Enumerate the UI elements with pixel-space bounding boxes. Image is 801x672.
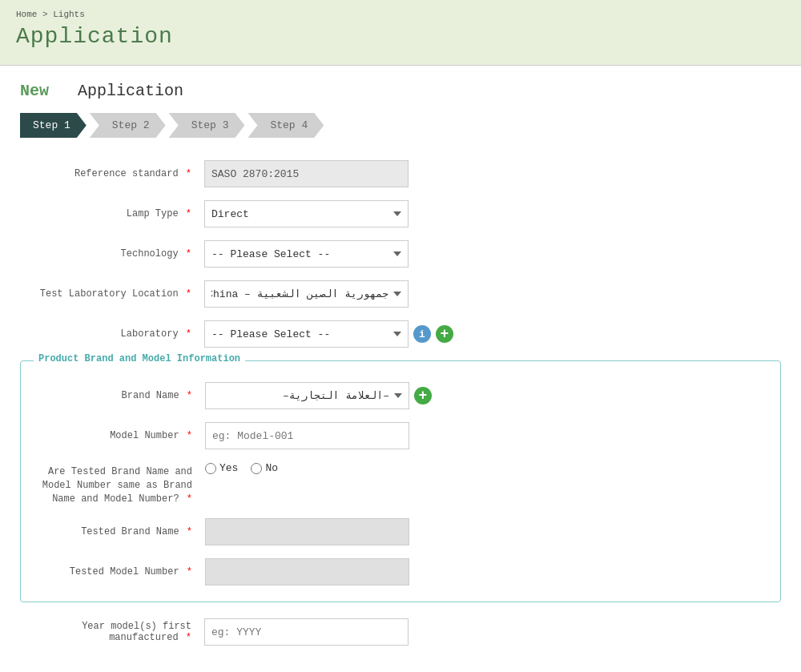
test-lab-location-label: Test Laboratory Location * [20,288,204,300]
model-number-label: Model Number * [21,430,205,441]
page-header: Home > Lights Application [0,0,801,66]
brand-name-label: Brand Name * [21,390,205,401]
laboratory-label: Laboratory * [20,328,204,340]
tested-model-number-row: Tested Model Number * [21,558,780,585]
step-3[interactable]: Step 3 [169,113,245,138]
same-brand-row: Are Tested Brand Name and Model Number s… [21,462,780,505]
main-content: New Application Step 1 Step 2 Step 3 Ste… [0,66,801,672]
brand-name-add-icon[interactable]: + [414,387,432,404]
form-section: Reference standard * Lamp Type * Direct … [20,160,781,646]
reference-standard-row: Reference standard * [20,160,781,187]
technology-label: Technology * [20,248,204,260]
brand-name-input-group: –العلامة التجارية– + [205,382,432,409]
yes-option[interactable]: Yes [205,462,238,474]
brand-name-row: Brand Name * –العلامة التجارية– + [21,382,780,409]
test-lab-location-select[interactable]: جمهورية الصين الشعبية – China Saudi Arab… [204,280,409,308]
product-brand-box: Product Brand and Model Information Bran… [20,360,781,602]
year-manufactured-label: Year model(s) first manufactured * [20,621,204,643]
breadcrumb-home[interactable]: Home [16,10,37,19]
no-option[interactable]: No [251,462,278,474]
reference-standard-label: Reference standard * [20,168,204,179]
heading-new: New [20,82,49,100]
year-manufactured-input[interactable] [204,618,409,646]
lamp-type-label: Lamp Type * [20,208,204,219]
breadcrumb-separator: > [42,10,53,19]
section-heading: New Application [20,82,781,100]
step-4[interactable]: Step 4 [248,113,324,138]
breadcrumb-current: Lights [53,10,85,19]
same-brand-radio-group: Yes No [205,462,278,474]
lamp-type-row: Lamp Type * Direct Indirect Both [20,200,781,227]
same-brand-label: Are Tested Brand Name and Model Number s… [21,462,205,505]
heading-application: Application [78,82,183,100]
page-title: Application [16,24,785,49]
laboratory-add-icon[interactable]: + [436,325,453,343]
tested-brand-name-label: Tested Brand Name * [21,526,205,537]
technology-row: Technology * -- Please Select -- LED Flu… [20,240,781,268]
product-brand-title: Product Brand and Model Information [34,353,245,364]
no-radio[interactable] [251,463,262,474]
brand-name-select[interactable]: –العلامة التجارية– [205,382,409,409]
step-1[interactable]: Step 1 [20,113,87,138]
laboratory-select[interactable]: -- Please Select -- [204,320,409,348]
test-lab-location-row: Test Laboratory Location * جمهورية الصين… [20,280,781,308]
year-manufactured-row: Year model(s) first manufactured * [20,618,781,646]
tested-brand-name-row: Tested Brand Name * [21,518,780,545]
laboratory-row: Laboratory * -- Please Select -- i + [20,320,781,348]
model-number-input[interactable] [205,422,409,449]
tested-brand-name-input[interactable] [205,518,409,545]
info-icon[interactable]: i [413,325,431,343]
yes-radio[interactable] [205,463,216,474]
required-star: * [186,168,191,179]
laboratory-input-group: -- Please Select -- i + [204,320,453,348]
step-2[interactable]: Step 2 [90,113,166,138]
breadcrumb: Home > Lights [16,10,785,19]
reference-standard-input [204,160,409,187]
steps-bar: Step 1 Step 2 Step 3 Step 4 [20,113,781,138]
tested-model-number-input[interactable] [205,558,409,585]
lamp-type-select[interactable]: Direct Indirect Both [204,200,409,227]
technology-select[interactable]: -- Please Select -- LED Fluorescent Inca… [204,240,409,268]
model-number-row: Model Number * [21,422,780,449]
tested-model-number-label: Tested Model Number * [21,566,205,577]
